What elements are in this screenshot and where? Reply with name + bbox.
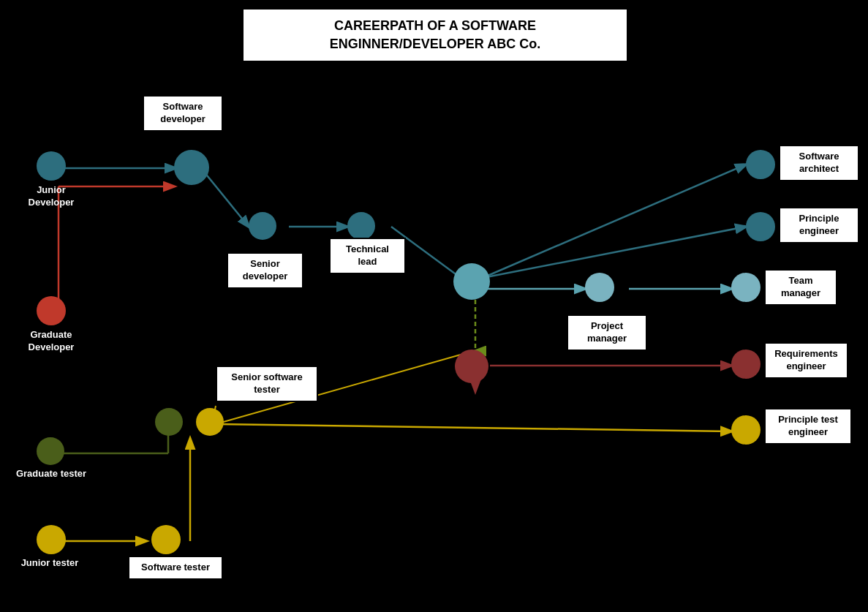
junior-tester-label: Junior tester <box>13 557 86 570</box>
hub5-circle <box>155 408 183 436</box>
graduate-tester-circle <box>37 437 64 465</box>
connection-lines <box>0 0 868 612</box>
junior-developer-circle <box>37 151 66 181</box>
technical-lead-box: Technical lead <box>329 238 406 274</box>
svg-line-7 <box>483 227 746 278</box>
requirements-engineer-box: Requirements engineer <box>764 342 848 379</box>
senior-software-tester-box: Senior software tester <box>216 366 318 402</box>
senior-developer-box: Senior developer <box>227 252 303 289</box>
graduate-tester-label: Graduate tester <box>11 468 91 480</box>
team-manager-box: Team manager <box>764 269 837 306</box>
software-architect-circle <box>746 150 775 179</box>
junior-developer-label: Junior Developer <box>15 184 88 209</box>
junior-tester-circle <box>37 525 66 554</box>
senior-developer-circle <box>249 212 276 240</box>
diagram-container: CAREERPATH OF A SOFTWARE ENGINNER/DEVELO… <box>0 0 868 612</box>
title-line2: ENGINNER/DEVELOPER ABC Co. <box>258 35 612 53</box>
project-manager-circle <box>585 273 614 302</box>
hub3-circle <box>455 350 488 383</box>
principle-test-engineer-circle <box>731 415 761 445</box>
hub1-circle <box>453 263 490 300</box>
graduate-developer-label: Graduate Developer <box>11 329 91 354</box>
title-box: CAREERPATH OF A SOFTWARE ENGINNER/DEVELO… <box>241 7 629 63</box>
title-line1: CAREERPATH OF A SOFTWARE <box>258 17 612 35</box>
technical-lead-circle <box>347 212 375 240</box>
project-manager-box: Project manager <box>567 314 647 351</box>
principle-engineer-circle <box>746 212 775 241</box>
svg-line-3 <box>201 168 249 227</box>
team-manager-circle <box>731 273 761 302</box>
software-tester-box: Software tester <box>128 556 223 580</box>
requirements-engineer-circle <box>731 350 761 379</box>
principle-test-engineer-box: Principle test engineer <box>764 408 852 445</box>
software-developer-box: Software developer <box>143 95 223 132</box>
hub4-circle <box>196 408 224 436</box>
software-developer-circle <box>174 150 209 185</box>
svg-line-18 <box>216 424 731 431</box>
principle-engineer-box: Principle engineer <box>779 207 859 243</box>
graduate-developer-circle <box>37 296 66 325</box>
svg-line-6 <box>483 165 746 278</box>
software-architect-box: Software architect <box>779 145 859 181</box>
software-tester-circle <box>151 525 181 554</box>
